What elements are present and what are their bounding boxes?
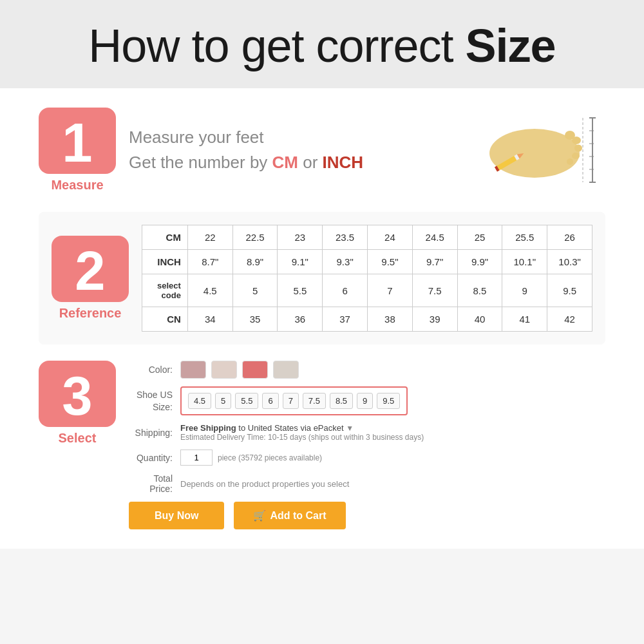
step1-badge: 1 xyxy=(39,108,116,174)
product-options: Color: Shoe US Size: 4.5 5 5.5 6 7 7.5 xyxy=(129,361,605,529)
quantity-input[interactable] xyxy=(180,450,213,466)
add-to-cart-button[interactable]: 🛒 Add to Cart xyxy=(234,502,345,529)
cart-icon: 🛒 xyxy=(253,509,266,522)
size-btn-9[interactable]: 9 xyxy=(357,393,373,409)
size-btn-4-5[interactable]: 4.5 xyxy=(188,393,211,409)
step1-line2: Get the number by CM or INCH xyxy=(129,153,451,173)
step3-badge-wrap: 3 Select xyxy=(39,361,116,446)
step3-badge: 3 xyxy=(39,361,116,427)
shipping-sub: Estimated Delivery Time: 10-15 days (shi… xyxy=(180,433,424,442)
shipping-label: Shipping: xyxy=(129,428,180,438)
size-btn-5[interactable]: 5 xyxy=(215,393,231,409)
total-value: Depends on the product properties you se… xyxy=(180,479,349,489)
main-content: 1 Measure Measure your feet Get the numb… xyxy=(0,88,644,549)
label-cn: CN xyxy=(142,307,188,332)
size-btn-5-5[interactable]: 5.5 xyxy=(235,393,258,409)
svg-point-11 xyxy=(574,145,582,152)
svg-point-10 xyxy=(572,137,581,144)
label-inch: INCH xyxy=(142,250,188,274)
color-swatch-2[interactable] xyxy=(211,361,237,379)
table-row-cn: CN 34 35 36 37 38 39 40 41 42 xyxy=(142,307,592,332)
foot-svg xyxy=(464,108,605,192)
color-swatch-1[interactable] xyxy=(180,361,206,379)
size-btn-7-5[interactable]: 7.5 xyxy=(303,393,326,409)
size-btn-7[interactable]: 7 xyxy=(283,393,299,409)
total-price-row: Total Price: Depends on the product prop… xyxy=(129,473,605,494)
color-swatches xyxy=(180,361,299,379)
shipping-option-row: Shipping: Free Shipping to United States… xyxy=(129,423,605,442)
svg-point-12 xyxy=(572,153,580,159)
step1-text: Measure your feet Get the number by CM o… xyxy=(129,128,451,173)
step1-label: Measure xyxy=(51,178,103,193)
shoe-size-label: Shoe US Size: xyxy=(129,389,180,412)
color-option-row: Color: xyxy=(129,361,605,379)
size-btn-9-5[interactable]: 9.5 xyxy=(377,393,400,409)
color-swatch-4[interactable] xyxy=(273,361,299,379)
step2-section: 2 Reference CM 22 22.5 23 23.5 24 24.5 2… xyxy=(39,212,605,345)
quantity-option-row: Quantity: piece (35792 pieces available) xyxy=(129,450,605,466)
size-reference-table: CM 22 22.5 23 23.5 24 24.5 25 25.5 26 IN… xyxy=(142,225,592,332)
step3-label: Select xyxy=(59,431,97,446)
step2-badge: 2 xyxy=(52,236,129,302)
label-select: selectcode xyxy=(142,274,188,307)
step1-section: 1 Measure Measure your feet Get the numb… xyxy=(39,108,605,193)
size-option-row: Shoe US Size: 4.5 5 5.5 6 7 7.5 8.5 9 9.… xyxy=(129,386,605,415)
quantity-label: Quantity: xyxy=(129,453,180,463)
action-buttons: Buy Now 🛒 Add to Cart xyxy=(129,502,605,529)
quantity-info: piece (35792 pieces available) xyxy=(218,453,322,462)
size-btn-6[interactable]: 6 xyxy=(262,393,278,409)
header-section: How to get correct Size xyxy=(0,0,644,88)
label-cm: CM xyxy=(142,225,188,250)
shipping-info: Free Shipping to United States via ePack… xyxy=(180,423,424,442)
step1-line1: Measure your feet xyxy=(129,128,451,147)
table-row-inch: INCH 8.7" 8.9" 9.1" 9.3" 9.5" 9.7" 9.9" … xyxy=(142,250,592,274)
buy-now-button[interactable]: Buy Now xyxy=(129,502,224,529)
total-label: Total Price: xyxy=(129,473,180,494)
step2-label: Reference xyxy=(59,306,122,321)
svg-point-13 xyxy=(567,158,573,165)
step2-badge-wrap: 2 Reference xyxy=(52,236,129,321)
step3-section: 3 Select Color: Shoe US Size: 4.5 xyxy=(39,361,605,529)
table-row-cm: CM 22 22.5 23 23.5 24 24.5 25 25.5 26 xyxy=(142,225,592,250)
step1-badge-wrap: 1 Measure xyxy=(39,108,116,193)
foot-illustration xyxy=(464,108,605,192)
size-selector-box: 4.5 5 5.5 6 7 7.5 8.5 9 9.5 xyxy=(180,386,408,415)
size-btn-8-5[interactable]: 8.5 xyxy=(330,393,353,409)
color-label: Color: xyxy=(129,365,180,375)
page-title: How to get correct Size xyxy=(13,19,631,72)
table-row-select: selectcode 4.5 5 5.5 6 7 7.5 8.5 9 9.5 xyxy=(142,274,592,307)
color-swatch-3[interactable] xyxy=(242,361,268,379)
